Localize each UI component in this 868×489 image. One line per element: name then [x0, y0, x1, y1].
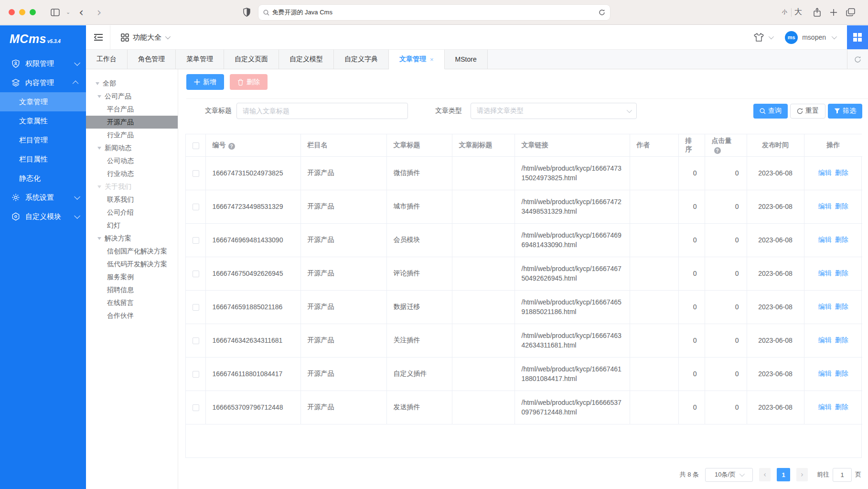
- apps-grid-button[interactable]: [847, 25, 868, 49]
- delete-link[interactable]: 删除: [835, 169, 848, 176]
- mega-menu-trigger[interactable]: 功能大全: [121, 33, 169, 42]
- fullscreen-window-button[interactable]: [30, 9, 36, 15]
- delete-button[interactable]: 删除: [230, 74, 268, 90]
- tree-node[interactable]: 联系我们: [86, 193, 178, 206]
- reset-button[interactable]: 重置: [790, 104, 825, 119]
- search-button[interactable]: 查询: [753, 104, 788, 119]
- prev-page-button[interactable]: ‹: [759, 468, 771, 481]
- tree-node[interactable]: 信创国产化解决方案: [86, 245, 178, 258]
- sidebar-item[interactable]: 系统设置: [0, 188, 86, 207]
- minimize-window-button[interactable]: [19, 9, 25, 15]
- row-checkbox[interactable]: [193, 237, 199, 244]
- delete-link[interactable]: 删除: [835, 202, 848, 210]
- tab-菜单管理[interactable]: 菜单管理: [176, 50, 224, 69]
- tree-node[interactable]: 公司动态: [86, 154, 178, 167]
- sidebar-subitem[interactable]: 文章管理: [0, 92, 86, 111]
- tree-node[interactable]: 行业产品: [86, 129, 178, 141]
- sidebar-item[interactable]: 自定义模块: [0, 207, 86, 226]
- expand-arrow-icon[interactable]: [96, 82, 99, 85]
- expand-arrow-icon[interactable]: [97, 95, 101, 98]
- tree-node[interactable]: 在线留言: [86, 296, 178, 309]
- tree-node[interactable]: 公司产品: [86, 90, 178, 103]
- sidebar-subitem[interactable]: 栏目管理: [0, 130, 86, 150]
- sidebar-item[interactable]: 内容管理: [0, 73, 86, 92]
- chevron-down-icon[interactable]: [832, 34, 837, 39]
- edit-link[interactable]: 编辑: [818, 202, 832, 210]
- row-checkbox[interactable]: [193, 170, 199, 177]
- row-checkbox[interactable]: [193, 304, 199, 311]
- share-icon[interactable]: [813, 8, 821, 17]
- tab-自定义页面[interactable]: 自定义页面: [224, 50, 279, 69]
- collapse-sidebar-icon[interactable]: [94, 33, 103, 42]
- title-filter-input[interactable]: [236, 103, 408, 119]
- next-page-button[interactable]: ›: [796, 468, 808, 481]
- username[interactable]: msopen: [802, 33, 826, 41]
- edit-link[interactable]: 编辑: [818, 169, 832, 176]
- delete-link[interactable]: 删除: [835, 269, 848, 277]
- text-larger-button[interactable]: 大: [794, 7, 802, 17]
- row-checkbox[interactable]: [193, 271, 199, 277]
- type-filter-select[interactable]: 请选择文章类型: [471, 103, 637, 119]
- edit-link[interactable]: 编辑: [818, 369, 832, 377]
- delete-link[interactable]: 删除: [835, 403, 848, 411]
- back-button[interactable]: ‹: [79, 7, 84, 18]
- reload-icon[interactable]: [599, 9, 605, 16]
- delete-link[interactable]: 删除: [835, 369, 848, 377]
- tab-工作台[interactable]: 工作台: [86, 50, 128, 69]
- forward-button[interactable]: ›: [97, 7, 102, 18]
- sidebar-subitem[interactable]: 栏目属性: [0, 150, 86, 169]
- avatar[interactable]: ms: [785, 31, 798, 44]
- edit-link[interactable]: 编辑: [818, 269, 832, 277]
- text-smaller-button[interactable]: 小: [782, 9, 787, 16]
- tab-MStore[interactable]: MStore: [445, 50, 488, 69]
- tree-node[interactable]: 新闻动态: [86, 141, 178, 154]
- sidebar-toggle-icon[interactable]: [51, 9, 60, 16]
- page-size-select[interactable]: 10条/页: [705, 468, 753, 482]
- logo[interactable]: MCms v5.3.4: [0, 25, 86, 50]
- tab-文章管理[interactable]: 文章管理×: [389, 50, 445, 69]
- expand-arrow-icon[interactable]: [97, 237, 101, 240]
- chevron-down-icon[interactable]: [769, 34, 774, 39]
- address-bar[interactable]: 免费开源的 Java Cms: [258, 5, 610, 20]
- edit-link[interactable]: 编辑: [818, 236, 832, 243]
- edit-link[interactable]: 编辑: [818, 403, 832, 411]
- sidebar-subitem[interactable]: 静态化: [0, 169, 86, 188]
- edit-link[interactable]: 编辑: [818, 336, 832, 344]
- tree-node[interactable]: 全部: [86, 77, 178, 90]
- row-checkbox[interactable]: [193, 371, 199, 378]
- close-tab-icon[interactable]: ×: [430, 56, 434, 63]
- tree-node[interactable]: 解决方案: [86, 232, 178, 245]
- refresh-tabs-icon[interactable]: [847, 50, 868, 69]
- tree-node[interactable]: 招聘信息: [86, 283, 178, 296]
- tree-node[interactable]: 低代码开发解决方案: [86, 258, 178, 271]
- add-button[interactable]: 新增: [186, 74, 224, 90]
- tab-自定义字典[interactable]: 自定义字典: [334, 50, 389, 69]
- privacy-shield-icon[interactable]: [243, 8, 250, 19]
- help-icon[interactable]: ?: [714, 147, 721, 154]
- theme-skin-icon[interactable]: [754, 33, 764, 42]
- help-icon[interactable]: ?: [228, 143, 235, 150]
- tree-node[interactable]: 服务案例: [86, 271, 178, 283]
- goto-page-input[interactable]: [833, 468, 852, 482]
- tree-node[interactable]: 合作伙伴: [86, 309, 178, 322]
- select-all-checkbox[interactable]: [193, 142, 199, 149]
- filter-button[interactable]: 筛选: [828, 104, 862, 119]
- tree-node[interactable]: 关于我们: [86, 180, 178, 193]
- row-checkbox[interactable]: [193, 404, 199, 411]
- tree-node[interactable]: 开源产品: [86, 116, 178, 129]
- tree-node[interactable]: 幻灯: [86, 219, 178, 232]
- page-number-button[interactable]: 1: [777, 468, 790, 481]
- chevron-down-icon[interactable]: ⌄: [66, 9, 70, 15]
- delete-link[interactable]: 删除: [835, 303, 848, 310]
- sidebar-item[interactable]: 权限管理: [0, 54, 86, 73]
- expand-arrow-icon[interactable]: [97, 147, 101, 150]
- tree-node[interactable]: 公司介绍: [86, 206, 178, 219]
- new-tab-icon[interactable]: [830, 9, 837, 16]
- tab-角色管理[interactable]: 角色管理: [128, 50, 176, 69]
- tree-node[interactable]: 平台产品: [86, 103, 178, 116]
- close-window-button[interactable]: [9, 9, 15, 15]
- tree-node[interactable]: 行业动态: [86, 167, 178, 180]
- tab-自定义模型[interactable]: 自定义模型: [279, 50, 334, 69]
- expand-arrow-icon[interactable]: [97, 185, 101, 188]
- delete-link[interactable]: 删除: [835, 336, 848, 344]
